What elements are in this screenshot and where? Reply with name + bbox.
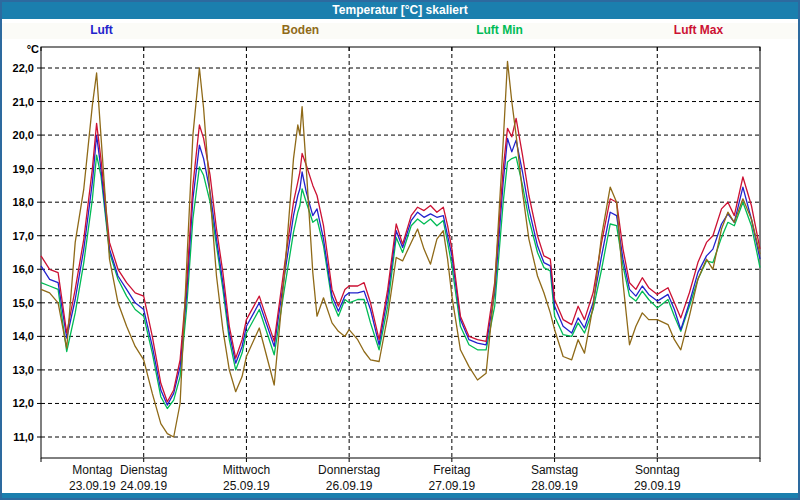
y-tick-label: 22,0 [13,62,34,74]
temperature-chart: 22,021,020,019,018,017,016,015,014,013,0… [0,0,800,500]
x-date-label: 24.09.19 [120,479,167,493]
x-date-label: 25.09.19 [223,479,270,493]
y-axis-unit: °C [27,43,39,55]
y-tick-label: 17,0 [13,230,34,242]
y-tick-label: 13,0 [13,364,34,376]
window-bottom-strip [2,493,798,498]
y-tick-label: 15,0 [13,297,34,309]
y-tick-label: 19,0 [13,163,34,175]
x-day-label: Mittwoch [223,463,270,477]
y-tick-label: 11,0 [13,431,34,443]
x-date-label: 28.09.19 [531,479,578,493]
y-tick-label: 14,0 [13,330,34,342]
x-date-label: 23.09.19 [69,479,116,493]
x-date-label: 27.09.19 [428,479,475,493]
x-day-label: Sonntag [635,463,680,477]
plot-area [41,47,760,458]
y-tick-label: 16,0 [13,263,34,275]
x-date-label: 26.09.19 [326,479,373,493]
y-tick-label: 12,0 [13,397,34,409]
y-tick-label: 20,0 [13,129,34,141]
x-day-label: Freitag [433,463,470,477]
app-window: { "window": { "title": "Temperatur [°C] … [0,0,800,500]
x-date-label: 29.09.19 [634,479,681,493]
y-tick-label: 21,0 [13,96,34,108]
x-day-label: Donnerstag [318,463,380,477]
x-day-label: Samstag [531,463,578,477]
y-tick-label: 18,0 [13,196,34,208]
x-day-label: Dienstag [120,463,167,477]
x-day-label: Montag [72,463,112,477]
